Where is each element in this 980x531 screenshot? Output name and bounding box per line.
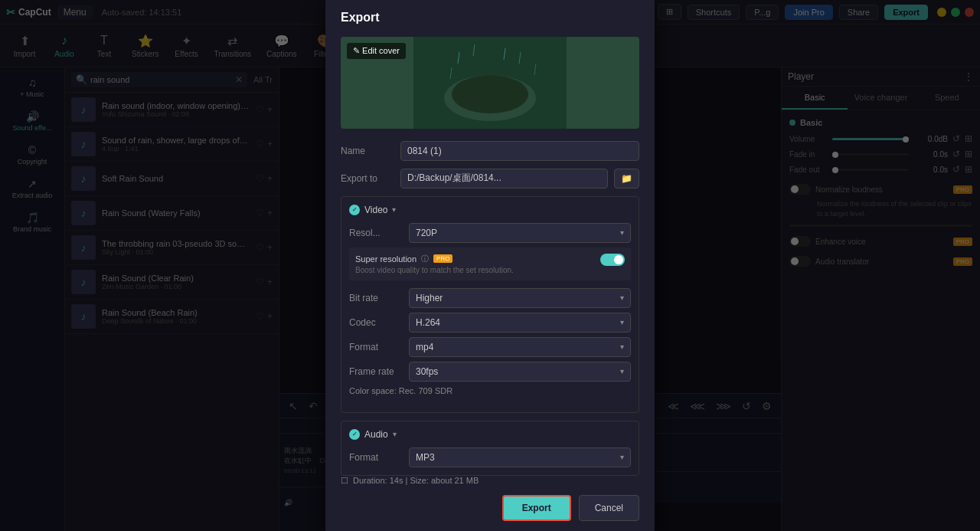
preview-svg: [413, 37, 567, 129]
resolution-select[interactable]: 720P ▾: [409, 223, 631, 243]
resolution-arrow-icon: ▾: [620, 228, 624, 237]
name-label: Name: [341, 146, 394, 156]
video-section-label: Video: [364, 205, 387, 215]
audio-section: ✓ Audio ▾ Format MP3 ▾: [341, 421, 639, 476]
frame-rate-value: 30fps: [416, 366, 438, 377]
audio-section-label: Audio: [364, 429, 388, 440]
export-to-row: Export to 📁: [341, 169, 639, 188]
super-resolution-row: Super resolution ⓘ PRO Boost video quali…: [349, 247, 631, 280]
format-label: Format: [349, 342, 403, 352]
dialog-footer: Export Cancel: [341, 495, 639, 521]
cancel-button[interactable]: Cancel: [579, 495, 639, 521]
frame-rate-select[interactable]: 30fps ▾: [409, 362, 631, 382]
export-to-label: Export to: [341, 173, 394, 184]
codec-label: Codec: [349, 317, 403, 328]
video-check-icon: ✓: [349, 205, 360, 215]
checkbox-icon: ☐: [341, 476, 348, 486]
video-section: ✓ Video ▾ Resol... 720P ▾ Super resoluti…: [341, 196, 639, 413]
audio-format-select[interactable]: MP3 ▾: [409, 447, 631, 467]
audio-section-arrow-icon: ▾: [393, 430, 397, 438]
bit-rate-row: Bit rate Higher ▾: [349, 288, 631, 308]
audio-section-header[interactable]: ✓ Audio ▾: [349, 429, 631, 440]
bit-rate-select[interactable]: Higher ▾: [409, 288, 631, 308]
codec-row: Codec H.264 ▾: [349, 313, 631, 333]
audio-format-arrow-icon: ▾: [620, 453, 624, 461]
super-res-desc: Boost video quality to match the set res…: [355, 266, 594, 274]
format-arrow-icon: ▾: [620, 343, 624, 351]
audio-format-row: Format MP3 ▾: [349, 447, 631, 467]
dialog-preview: ✎ Edit cover: [341, 37, 639, 129]
bit-rate-arrow-icon: ▾: [620, 293, 624, 302]
audio-format-value: MP3: [416, 452, 435, 463]
super-res-info-icon: ⓘ: [421, 254, 429, 264]
codec-value: H.264: [416, 317, 440, 328]
format-value: mp4: [416, 342, 433, 352]
resolution-label: Resol...: [349, 228, 403, 238]
export-path-input[interactable]: [400, 169, 608, 188]
svg-point-2: [452, 75, 528, 113]
dialog-title: Export: [341, 11, 639, 25]
name-row: Name: [341, 141, 639, 161]
format-select[interactable]: mp4 ▾: [409, 337, 631, 357]
super-res-info: Super resolution ⓘ PRO Boost video quali…: [355, 254, 594, 274]
duration-size-info: Duration: 14s | Size: about 21 MB: [353, 476, 479, 485]
codec-select[interactable]: H.264 ▾: [409, 313, 631, 333]
super-res-label: Super resolution ⓘ PRO: [355, 254, 594, 264]
audio-check-icon: ✓: [349, 429, 360, 440]
frame-rate-label: Frame rate: [349, 366, 403, 377]
super-res-toggle[interactable]: [600, 254, 625, 266]
format-row: Format mp4 ▾: [349, 337, 631, 357]
browse-folder-button[interactable]: 📁: [614, 169, 639, 188]
bit-rate-label: Bit rate: [349, 293, 403, 303]
export-confirm-button[interactable]: Export: [502, 495, 571, 521]
dialog-footer-info: ☐ Duration: 14s | Size: about 21 MB: [341, 476, 639, 486]
export-dialog: Export ✎ Edit cover: [325, 0, 655, 531]
frame-rate-row: Frame rate 30fps ▾: [349, 362, 631, 382]
color-space-label: Color space: Rec. 709 SDR: [349, 386, 631, 395]
edit-cover-button[interactable]: ✎ Edit cover: [347, 43, 406, 59]
resolution-value: 720P: [416, 228, 437, 238]
bit-rate-value: Higher: [416, 293, 443, 303]
video-section-header[interactable]: ✓ Video ▾: [349, 205, 631, 215]
codec-arrow-icon: ▾: [620, 318, 624, 326]
resolution-row: Resol... 720P ▾: [349, 223, 631, 243]
video-section-arrow-icon: ▾: [392, 205, 396, 214]
toggle-knob: [614, 255, 623, 264]
name-input[interactable]: [400, 141, 639, 161]
super-res-pro-badge: PRO: [433, 254, 452, 263]
audio-format-label: Format: [349, 452, 403, 463]
frame-rate-arrow-icon: ▾: [620, 367, 624, 375]
export-dialog-overlay: Export ✎ Edit cover: [0, 0, 980, 531]
